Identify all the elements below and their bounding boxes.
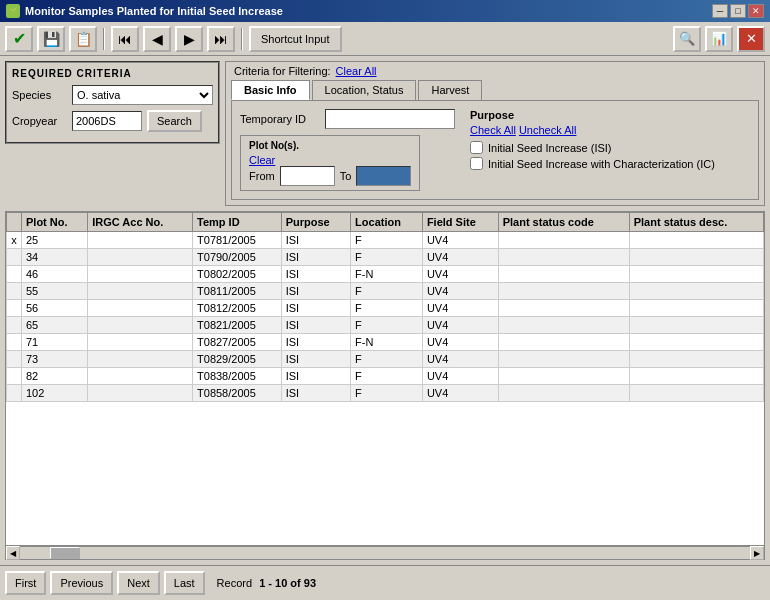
check-all-link[interactable]: Check All — [470, 124, 516, 136]
cell-location: F — [351, 283, 423, 300]
save-button[interactable]: 💾 — [37, 26, 65, 52]
criteria-header: Criteria for Filtering: Clear All — [226, 62, 764, 80]
checkbox-ic[interactable] — [470, 157, 483, 170]
cell-location: F — [351, 317, 423, 334]
cell-selected — [7, 334, 22, 351]
nav-next-button[interactable]: ▶ — [175, 26, 203, 52]
to-label: To — [340, 170, 352, 182]
cell-irgc — [88, 283, 193, 300]
temp-id-row: Temporary ID — [240, 109, 460, 129]
table-row[interactable]: 82 T0838/2005 ISI F UV4 — [7, 368, 764, 385]
nav-first-button[interactable]: ⏮ — [111, 26, 139, 52]
required-criteria-box: REQUIRED CRITERIA Species O. sativa Crop… — [5, 61, 220, 144]
clear-plot-link[interactable]: Clear — [249, 154, 275, 166]
previous-button[interactable]: Previous — [50, 571, 113, 595]
cell-plot-no: 56 — [22, 300, 88, 317]
cell-field-site: UV4 — [422, 266, 498, 283]
col-plot-no: Plot No. — [22, 213, 88, 232]
cropyear-input[interactable] — [72, 111, 142, 131]
scroll-right-btn[interactable]: ▶ — [750, 546, 764, 560]
nav-bar: First Previous Next Last Record 1 - 10 o… — [0, 565, 770, 600]
checkbox-isi[interactable] — [470, 141, 483, 154]
cell-plant-status-desc — [629, 351, 763, 368]
cell-irgc — [88, 385, 193, 402]
last-button[interactable]: Last — [164, 571, 205, 595]
cell-field-site: UV4 — [422, 317, 498, 334]
scroll-track[interactable] — [20, 547, 750, 559]
cell-field-site: UV4 — [422, 300, 498, 317]
tab-location-status[interactable]: Location, Status — [312, 80, 417, 100]
cell-plant-status-code — [498, 266, 629, 283]
chart-button[interactable]: 📊 — [705, 26, 733, 52]
data-table-container[interactable]: Plot No. IRGC Acc No. Temp ID Purpose Lo… — [5, 211, 765, 546]
cell-irgc — [88, 351, 193, 368]
copy-button[interactable]: 📋 — [69, 26, 97, 52]
to-input[interactable] — [356, 166, 411, 186]
shortcut-input-button[interactable]: Shortcut Input — [249, 26, 342, 52]
cell-selected — [7, 351, 22, 368]
scroll-thumb[interactable] — [50, 547, 80, 559]
cell-purpose: ISI — [281, 368, 350, 385]
horizontal-scrollbar[interactable]: ◀ ▶ — [5, 546, 765, 560]
app-window: 🌱 Monitor Samples Planted for Initial Se… — [0, 0, 770, 600]
table-row[interactable]: 102 T0858/2005 ISI F UV4 — [7, 385, 764, 402]
from-input[interactable] — [280, 166, 335, 186]
maximize-button[interactable]: □ — [730, 4, 746, 18]
minimize-button[interactable]: ─ — [712, 4, 728, 18]
cell-plant-status-desc — [629, 385, 763, 402]
cell-temp-id: T0781/2005 — [193, 232, 282, 249]
cell-plant-status-desc — [629, 249, 763, 266]
cell-selected — [7, 368, 22, 385]
cell-temp-id: T0811/2005 — [193, 283, 282, 300]
table-row[interactable]: 71 T0827/2005 ISI F-N UV4 — [7, 334, 764, 351]
exit-button[interactable]: ✕ — [737, 26, 765, 52]
cell-plot-no: 102 — [22, 385, 88, 402]
cell-purpose: ISI — [281, 317, 350, 334]
cell-plant-status-code — [498, 351, 629, 368]
species-row: Species O. sativa — [12, 85, 213, 105]
nav-last-button[interactable]: ⏭ — [207, 26, 235, 52]
cell-field-site: UV4 — [422, 232, 498, 249]
cell-selected — [7, 385, 22, 402]
criteria-panel: Criteria for Filtering: Clear All Basic … — [225, 61, 765, 206]
table-row[interactable]: x 25 T0781/2005 ISI F UV4 — [7, 232, 764, 249]
cell-irgc — [88, 300, 193, 317]
species-select[interactable]: O. sativa — [72, 85, 213, 105]
temp-id-input[interactable] — [325, 109, 455, 129]
close-button[interactable]: ✕ — [748, 4, 764, 18]
table-row[interactable]: 46 T0802/2005 ISI F-N UV4 — [7, 266, 764, 283]
cell-plot-no: 34 — [22, 249, 88, 266]
cell-purpose: ISI — [281, 385, 350, 402]
plot-nos-title: Plot No(s). — [249, 140, 411, 151]
search-button[interactable]: Search — [147, 110, 202, 132]
col-location: Location — [351, 213, 423, 232]
col-plant-status-code: Plant status code — [498, 213, 629, 232]
table-row[interactable]: 65 T0821/2005 ISI F UV4 — [7, 317, 764, 334]
clear-all-link[interactable]: Clear All — [336, 65, 377, 77]
tab-harvest[interactable]: Harvest — [418, 80, 482, 100]
nav-prev-button[interactable]: ◀ — [143, 26, 171, 52]
table-row[interactable]: 56 T0812/2005 ISI F UV4 — [7, 300, 764, 317]
uncheck-all-link[interactable]: Uncheck All — [519, 124, 576, 136]
cell-plant-status-code — [498, 334, 629, 351]
tab-basic-info[interactable]: Basic Info — [231, 80, 310, 100]
cell-field-site: UV4 — [422, 385, 498, 402]
cell-plot-no: 25 — [22, 232, 88, 249]
cell-purpose: ISI — [281, 283, 350, 300]
record-label: Record — [217, 577, 252, 589]
cell-purpose: ISI — [281, 232, 350, 249]
cell-location: F — [351, 368, 423, 385]
table-row[interactable]: 55 T0811/2005 ISI F UV4 — [7, 283, 764, 300]
next-button[interactable]: Next — [117, 571, 160, 595]
table-row[interactable]: 73 T0829/2005 ISI F UV4 — [7, 351, 764, 368]
cell-irgc — [88, 232, 193, 249]
cell-irgc — [88, 317, 193, 334]
check-button[interactable]: ✔ — [5, 26, 33, 52]
first-button[interactable]: First — [5, 571, 46, 595]
cell-temp-id: T0827/2005 — [193, 334, 282, 351]
cell-selected: x — [7, 232, 22, 249]
cell-plant-status-code — [498, 368, 629, 385]
table-row[interactable]: 34 T0790/2005 ISI F UV4 — [7, 249, 764, 266]
help-button[interactable]: 🔍 — [673, 26, 701, 52]
scroll-left-btn[interactable]: ◀ — [6, 546, 20, 560]
